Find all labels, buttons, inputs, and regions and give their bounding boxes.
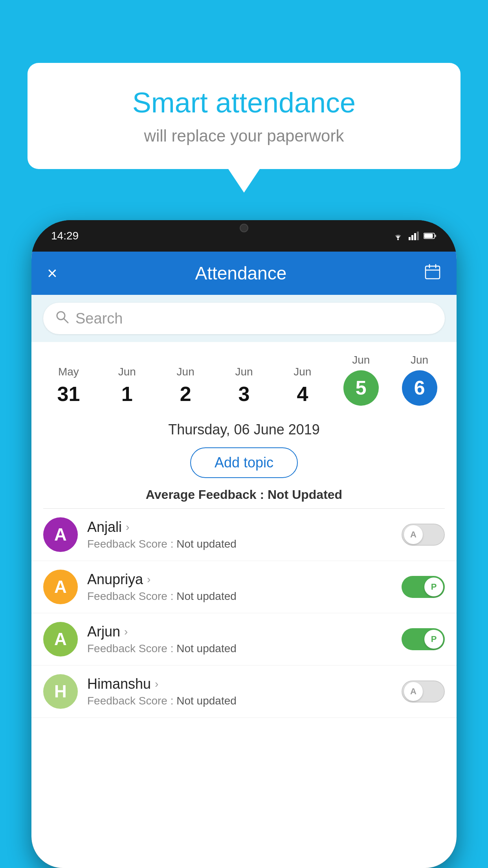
avg-feedback-value: Not Updated bbox=[268, 487, 342, 502]
svg-rect-8 bbox=[426, 266, 440, 279]
speech-bubble-subtitle: will replace your paperwork bbox=[59, 127, 429, 145]
add-topic-container: Add topic bbox=[31, 442, 457, 484]
chevron-right-icon: › bbox=[155, 678, 158, 690]
search-icon bbox=[55, 310, 69, 327]
toggle-knob: A bbox=[404, 682, 423, 701]
date-item-jun5[interactable]: Jun 5 bbox=[332, 350, 390, 410]
student-feedback: Feedback Score : Not updated bbox=[87, 538, 392, 550]
student-name[interactable]: Anjali › bbox=[87, 519, 392, 535]
toggle-knob: A bbox=[404, 525, 423, 544]
attendance-toggle[interactable]: A bbox=[402, 680, 445, 702]
app-screen: × Attendance Search bbox=[31, 252, 457, 868]
student-avatar: A bbox=[43, 622, 78, 657]
student-info: Anjali › Feedback Score : Not updated bbox=[87, 519, 392, 550]
speech-bubble-title: Smart attendance bbox=[59, 86, 429, 119]
attendance-toggle[interactable]: A bbox=[402, 524, 445, 546]
svg-line-13 bbox=[64, 319, 68, 323]
wifi-icon bbox=[392, 232, 404, 240]
header-title: Attendance bbox=[195, 263, 286, 284]
toggle-knob: P bbox=[424, 577, 443, 596]
student-info: Anupriya › Feedback Score : Not updated bbox=[87, 571, 392, 603]
status-time: 14:29 bbox=[51, 230, 79, 242]
student-info: Himanshu › Feedback Score : Not updated bbox=[87, 676, 392, 707]
svg-rect-6 bbox=[424, 234, 433, 238]
notch bbox=[220, 220, 268, 236]
svg-rect-7 bbox=[435, 235, 436, 237]
attendance-toggle-container: P bbox=[402, 628, 445, 650]
student-feedback: Feedback Score : Not updated bbox=[87, 590, 392, 603]
date-item-jun3[interactable]: Jun 3 bbox=[215, 362, 273, 410]
front-camera bbox=[240, 224, 248, 232]
attendance-toggle[interactable]: P bbox=[402, 576, 445, 598]
search-bar-container: Search bbox=[31, 295, 457, 342]
speech-bubble: Smart attendance will replace your paper… bbox=[28, 63, 460, 169]
attendance-toggle-container: A bbox=[402, 524, 445, 546]
date-item-may31[interactable]: May 31 bbox=[39, 362, 98, 410]
student-name[interactable]: Anupriya › bbox=[87, 571, 392, 588]
signal-icon bbox=[409, 232, 419, 240]
attendance-toggle-container: P bbox=[402, 576, 445, 598]
avg-feedback: Average Feedback : Not Updated bbox=[31, 484, 457, 508]
close-button[interactable]: × bbox=[47, 263, 57, 283]
selected-date-info: Thursday, 06 June 2019 bbox=[31, 414, 457, 442]
speech-bubble-container: Smart attendance will replace your paper… bbox=[28, 63, 460, 193]
chevron-right-icon: › bbox=[124, 625, 128, 638]
avg-feedback-label: Average Feedback : bbox=[146, 487, 264, 502]
search-placeholder: Search bbox=[75, 310, 123, 327]
status-icons bbox=[392, 232, 437, 240]
date-item-jun1[interactable]: Jun 1 bbox=[98, 362, 156, 410]
search-bar[interactable]: Search bbox=[43, 303, 445, 334]
student-avatar: A bbox=[43, 517, 78, 552]
chevron-right-icon: › bbox=[126, 521, 129, 533]
chevron-right-icon: › bbox=[147, 573, 150, 586]
student-item[interactable]: A Arjun › Feedback Score : Not updated P bbox=[31, 613, 457, 666]
student-info: Arjun › Feedback Score : Not updated bbox=[87, 623, 392, 655]
student-feedback: Feedback Score : Not updated bbox=[87, 642, 392, 655]
speech-bubble-arrow bbox=[228, 169, 260, 193]
date-item-jun4[interactable]: Jun 4 bbox=[273, 362, 332, 410]
student-feedback: Feedback Score : Not updated bbox=[87, 695, 392, 707]
toggle-knob: P bbox=[424, 630, 443, 649]
phone-frame: 14:29 bbox=[31, 220, 457, 868]
battery-icon bbox=[424, 232, 437, 239]
selected-date-text: Thursday, 06 June 2019 bbox=[168, 421, 320, 438]
student-avatar: H bbox=[43, 674, 78, 709]
student-list: A Anjali › Feedback Score : Not updated … bbox=[31, 509, 457, 718]
svg-rect-4 bbox=[417, 232, 419, 240]
app-header: × Attendance bbox=[31, 252, 457, 295]
attendance-toggle[interactable]: P bbox=[402, 628, 445, 650]
add-topic-button[interactable]: Add topic bbox=[190, 447, 298, 478]
student-name[interactable]: Arjun › bbox=[87, 623, 392, 640]
status-bar: 14:29 bbox=[31, 220, 457, 252]
student-avatar: A bbox=[43, 570, 78, 604]
student-item[interactable]: H Himanshu › Feedback Score : Not update… bbox=[31, 666, 457, 718]
student-name[interactable]: Himanshu › bbox=[87, 676, 392, 692]
attendance-toggle-container: A bbox=[402, 680, 445, 702]
svg-rect-1 bbox=[409, 237, 411, 240]
student-item[interactable]: A Anupriya › Feedback Score : Not update… bbox=[31, 561, 457, 613]
date-selector: May 31 Jun 1 Jun 2 Jun 3 Jun 4 bbox=[31, 342, 457, 414]
svg-rect-2 bbox=[411, 235, 413, 240]
svg-point-0 bbox=[397, 239, 399, 240]
student-item[interactable]: A Anjali › Feedback Score : Not updated … bbox=[31, 509, 457, 561]
date-item-jun6[interactable]: Jun 6 bbox=[390, 350, 449, 410]
calendar-icon[interactable] bbox=[424, 263, 441, 283]
svg-rect-3 bbox=[414, 233, 416, 240]
date-item-jun2[interactable]: Jun 2 bbox=[156, 362, 215, 410]
